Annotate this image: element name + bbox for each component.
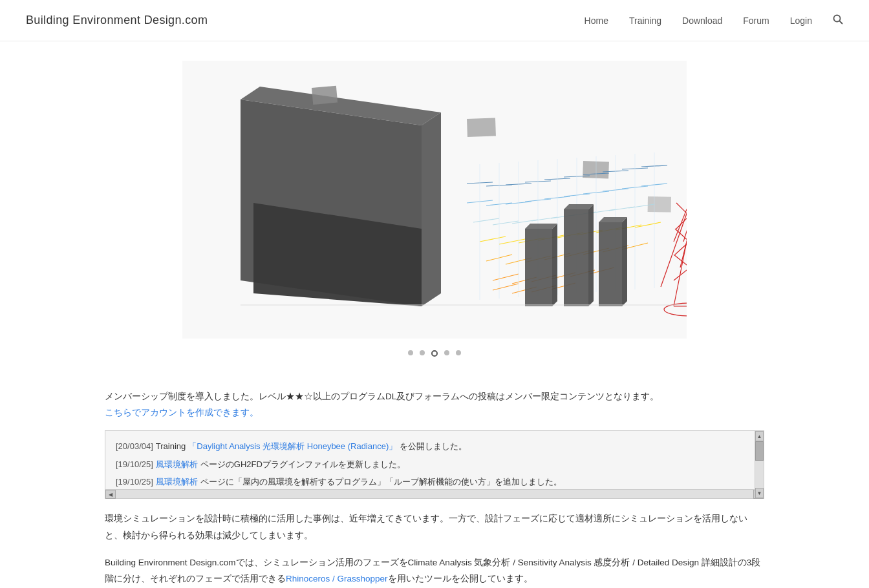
nav-home[interactable]: Home [585, 16, 608, 26]
slider-dot-5[interactable] [456, 350, 461, 355]
svg-rect-8 [467, 118, 496, 137]
news-type-1: Training [156, 437, 186, 455]
news-box: [20/03/04] Training 「Daylight Analysis 光… [105, 430, 764, 499]
news-link-3[interactable]: 風環境解析 [156, 473, 198, 489]
membership-notice: メンバーシップ制度を導入しました。レベル★★☆以上のプログラムDL及びフォーラム… [105, 389, 764, 419]
membership-link[interactable]: こちらでアカウントを作成できます。 [105, 408, 259, 417]
svg-marker-6 [422, 112, 441, 306]
scroll-up-button[interactable]: ▲ [755, 431, 764, 441]
svg-rect-80 [564, 209, 588, 306]
slider-dot-4[interactable] [444, 350, 449, 355]
scroll-thumb[interactable] [755, 441, 764, 461]
description-rhinoceros-link[interactable]: Rhinoceros / Grasshopper [286, 574, 388, 583]
svg-marker-85 [622, 217, 627, 306]
svg-marker-79 [552, 224, 557, 306]
membership-text: メンバーシップ制度を導入しました。レベル★★☆以上のプログラムDL及びフォーラム… [105, 389, 764, 404]
slider-dot-1[interactable] [408, 350, 413, 355]
svg-marker-81 [564, 204, 594, 209]
description-para-2: Building Environment Design.comでは、シミュレーシ… [105, 554, 764, 587]
news-suffix-2: ページのGH2FDプラグインファイルを更新しました。 [200, 456, 405, 473]
news-vertical-scrollbar[interactable]: ▲ ▼ [755, 431, 764, 498]
svg-rect-7 [312, 86, 338, 105]
news-list: [20/03/04] Training 「Daylight Analysis 光… [105, 431, 764, 489]
description-text-after: を用いたツールを公開しています。 [388, 574, 533, 583]
scroll-track [755, 441, 764, 488]
nav-forum[interactable]: Forum [743, 16, 769, 26]
news-date-3: [19/10/25] [116, 473, 153, 489]
description-para-1: 環境シミュレーションを設計時に積極的に活用した事例は、近年増えてきています。一方… [105, 510, 764, 543]
news-suffix-1: を公開しました。 [400, 437, 467, 455]
svg-point-0 [834, 15, 841, 21]
hero-visualization [182, 61, 687, 339]
nav-download[interactable]: Download [682, 16, 722, 26]
news-date-1: [20/03/04] [116, 437, 153, 455]
main-content: メンバーシップ制度を導入しました。レベル★★☆以上のプログラムDL及びフォーラム… [79, 376, 790, 588]
horiz-scroll-track [116, 490, 753, 498]
scroll-left-button[interactable]: ◀ [105, 490, 116, 499]
hero-image [182, 61, 687, 339]
news-link-2[interactable]: 風環境解析 [156, 456, 198, 473]
news-item-2: [19/10/25] 風環境解析 ページのGH2FDプラグインファイルを更新しま… [116, 456, 744, 473]
slider-dots [408, 350, 461, 357]
news-link-1[interactable]: 「Daylight Analysis 光環境解析 Honeybee (Radia… [188, 437, 397, 455]
search-icon[interactable] [833, 14, 843, 27]
scroll-down-button[interactable]: ▼ [755, 488, 764, 498]
svg-rect-77 [525, 229, 552, 306]
nav-login[interactable]: Login [790, 16, 812, 26]
nav-training[interactable]: Training [629, 16, 661, 26]
svg-rect-83 [599, 222, 622, 306]
news-horizontal-scrollbar[interactable]: ◀ ▶ [105, 489, 764, 498]
hero-section [0, 41, 869, 376]
news-suffix-3: ページに「屋内の風環境を解析するプログラム」「ループ解析機能の使い方」を追加しま… [200, 473, 562, 489]
news-item-1: [20/03/04] Training 「Daylight Analysis 光… [116, 437, 744, 455]
site-header: Building Environment Design.com Home Tra… [0, 0, 869, 41]
main-nav: Home Training Download Forum Login [585, 14, 843, 27]
news-item-3: [19/10/25] 風環境解析 ページに「屋内の風環境を解析するプログラム」「… [116, 473, 744, 489]
svg-marker-82 [588, 204, 594, 306]
svg-line-1 [840, 21, 843, 24]
news-date-2: [19/10/25] [116, 456, 153, 473]
site-logo: Building Environment Design.com [26, 14, 208, 27]
svg-marker-78 [525, 224, 557, 229]
slider-dot-3[interactable] [431, 350, 438, 357]
slider-dot-2[interactable] [420, 350, 425, 355]
